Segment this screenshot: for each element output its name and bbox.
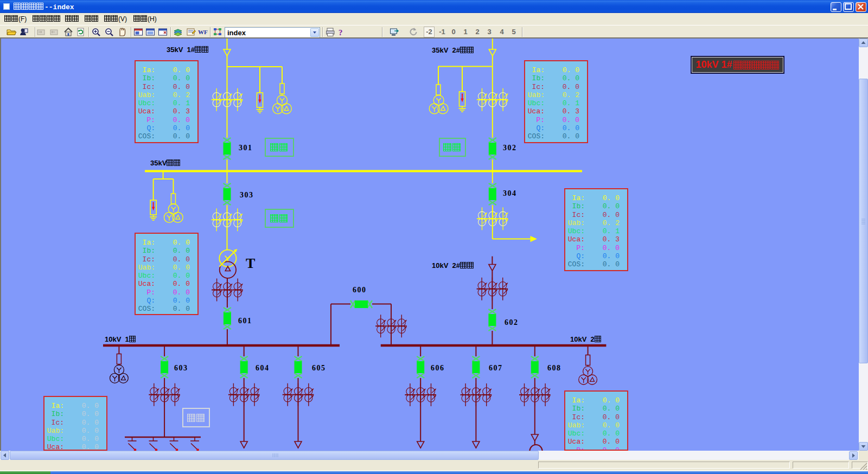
svg-text:WF: WF	[198, 29, 208, 35]
svg-text:?: ?	[339, 28, 343, 37]
